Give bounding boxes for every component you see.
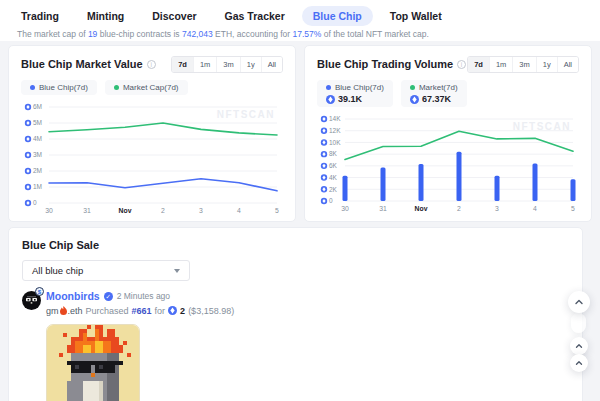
- panel-title: Blue Chip Trading Volume i: [317, 58, 466, 70]
- legend-value: 39.1K: [326, 94, 384, 104]
- range-button-7d[interactable]: 7d: [172, 57, 193, 72]
- svg-text:30: 30: [341, 205, 349, 212]
- svg-text:Nov: Nov: [119, 207, 132, 214]
- panel-header: Blue Chip Market Value i 7d1m3m1yAll: [21, 55, 283, 73]
- nav-item-trading[interactable]: Trading: [10, 6, 70, 26]
- legend-item-market-7d-[interactable]: Market(7d)67.37K: [401, 80, 467, 107]
- range-button-1m[interactable]: 1m: [193, 57, 216, 72]
- chart-legend: Blue Chip(7d)Market Cap(7d): [21, 80, 283, 95]
- legend-item-blue-chip-7d-[interactable]: Blue Chip(7d): [21, 80, 97, 95]
- range-button-all[interactable]: All: [557, 57, 578, 72]
- legend-item-blue-chip-7d-[interactable]: Blue Chip(7d)39.1K: [317, 80, 393, 107]
- blue-chip-sale-panel: Blue Chip Sale All blue chip $ Moonbirds…: [8, 227, 583, 401]
- summary-text: The market cap of: [17, 29, 88, 39]
- svg-text:1M: 1M: [33, 183, 42, 190]
- svg-text:2M: 2M: [33, 167, 42, 174]
- info-icon[interactable]: i: [457, 60, 466, 69]
- top-nav: TradingMintingDiscoverGas TrackerBlue Ch…: [10, 6, 453, 26]
- nav-item-minting[interactable]: Minting: [76, 6, 135, 26]
- svg-text:2: 2: [457, 205, 461, 212]
- moonbird-661-pixel-art: [47, 325, 139, 401]
- feed-header-line: Moonbirds ✓ 2 Minutes ago: [46, 290, 569, 302]
- range-button-1m[interactable]: 1m: [489, 57, 512, 72]
- for-text: for: [155, 306, 166, 316]
- feed-scroll-up-button[interactable]: [570, 337, 588, 355]
- svg-text:30: 30: [45, 207, 53, 214]
- svg-text:5: 5: [571, 205, 575, 212]
- summary-highlight: 742,043: [182, 29, 213, 39]
- svg-text:NFTSCAN: NFTSCAN: [217, 109, 275, 120]
- legend-dot-icon: [326, 85, 331, 90]
- svg-text:4M: 4M: [33, 135, 42, 142]
- dropdown-selected-value: All blue chip: [32, 265, 83, 276]
- legend-dot-icon: [410, 85, 415, 90]
- svg-text:12K: 12K: [329, 127, 341, 134]
- legend-item-market-cap-7d-[interactable]: Market Cap(7d): [105, 80, 188, 95]
- svg-text:2: 2: [161, 207, 165, 214]
- nav-item-top-wallet[interactable]: Top Wallet: [379, 6, 453, 26]
- sale-feed-item: $ Moonbirds ✓ 2 Minutes ago gm .eth Purc…: [22, 290, 569, 401]
- legend-label: Market(7d): [419, 83, 458, 92]
- svg-text:NFTSCAN: NFTSCAN: [513, 121, 571, 132]
- legend-value: 67.37K: [410, 94, 458, 104]
- verified-icon: ✓: [104, 292, 113, 301]
- collection-avatar[interactable]: $: [22, 291, 41, 310]
- token-id-link[interactable]: #661: [132, 306, 152, 316]
- feed-scroll-up-button-2[interactable]: [570, 354, 588, 372]
- time-range-group: 7d1m3m1yAll: [467, 56, 579, 73]
- sale-timestamp: 2 Minutes ago: [117, 291, 170, 301]
- chevron-down-icon: [174, 269, 180, 273]
- legend-label: Market Cap(7d): [123, 83, 179, 92]
- range-button-3m[interactable]: 3m: [216, 57, 239, 72]
- range-button-all[interactable]: All: [261, 57, 282, 72]
- sale-price-eth: 2: [180, 306, 185, 316]
- svg-text:31: 31: [83, 207, 91, 214]
- legend-label: Blue Chip(7d): [39, 83, 88, 92]
- buyer-suffix: .eth: [68, 306, 83, 316]
- panel-title: Blue Chip Market Value i: [21, 58, 156, 70]
- range-button-7d[interactable]: 7d: [468, 57, 489, 72]
- buyer-name: gm .eth: [46, 306, 83, 316]
- nav-item-discover[interactable]: Discover: [141, 6, 207, 26]
- fading-button: [571, 313, 586, 333]
- nav-item-blue-chip[interactable]: Blue Chip: [302, 6, 373, 26]
- svg-text:Nov: Nov: [415, 205, 428, 212]
- info-icon[interactable]: i: [147, 60, 156, 69]
- nft-thumbnail[interactable]: [46, 324, 140, 401]
- market-value-chart: 01M2M3M4M5M6MNFTSCAN3031Nov2345: [21, 99, 283, 216]
- scroll-to-top-button[interactable]: [568, 291, 590, 313]
- trading-volume-chart: 02K4K6K8K10K12K14KNFTSCAN3031Nov2345: [317, 111, 579, 214]
- eth-icon: [410, 95, 419, 104]
- svg-text:4: 4: [237, 207, 241, 214]
- svg-text:2K: 2K: [329, 186, 338, 193]
- eth-icon: [326, 95, 335, 104]
- panel-title-text: Blue Chip Trading Volume: [317, 58, 453, 70]
- range-button-3m[interactable]: 3m: [512, 57, 535, 72]
- legend-label: Blue Chip(7d): [335, 83, 384, 92]
- svg-text:10K: 10K: [329, 139, 341, 146]
- range-button-1y[interactable]: 1y: [536, 57, 557, 72]
- legend-dot-icon: [30, 85, 35, 90]
- market-value-panel: Blue Chip Market Value i 7d1m3m1yAll Blu…: [8, 45, 296, 222]
- svg-text:14K: 14K: [329, 115, 341, 122]
- page-header: TradingMintingDiscoverGas TrackerBlue Ch…: [0, 0, 600, 41]
- legend-dot-icon: [114, 85, 119, 90]
- range-button-1y[interactable]: 1y: [240, 57, 261, 72]
- sale-panel-title: Blue Chip Sale: [22, 239, 569, 251]
- svg-text:4: 4: [533, 205, 537, 212]
- svg-text:0: 0: [33, 199, 37, 206]
- svg-text:3: 3: [199, 207, 203, 214]
- collection-name-link[interactable]: Moonbirds: [46, 290, 100, 302]
- svg-text:6M: 6M: [33, 103, 42, 110]
- svg-text:6K: 6K: [329, 162, 338, 169]
- nav-item-gas-tracker[interactable]: Gas Tracker: [214, 6, 296, 26]
- chevron-up-icon: [574, 341, 584, 351]
- svg-text:4K: 4K: [329, 174, 338, 181]
- svg-text:5M: 5M: [33, 119, 42, 126]
- flame-icon: [60, 306, 67, 315]
- collection-filter-dropdown[interactable]: All blue chip: [22, 260, 190, 281]
- chevron-up-icon: [573, 296, 585, 308]
- svg-text:31: 31: [379, 205, 387, 212]
- feed-detail-line: gm .eth Purchased #661 for 2 ($3,158.98): [46, 305, 569, 316]
- panel-title-text: Blue Chip Market Value: [21, 58, 143, 70]
